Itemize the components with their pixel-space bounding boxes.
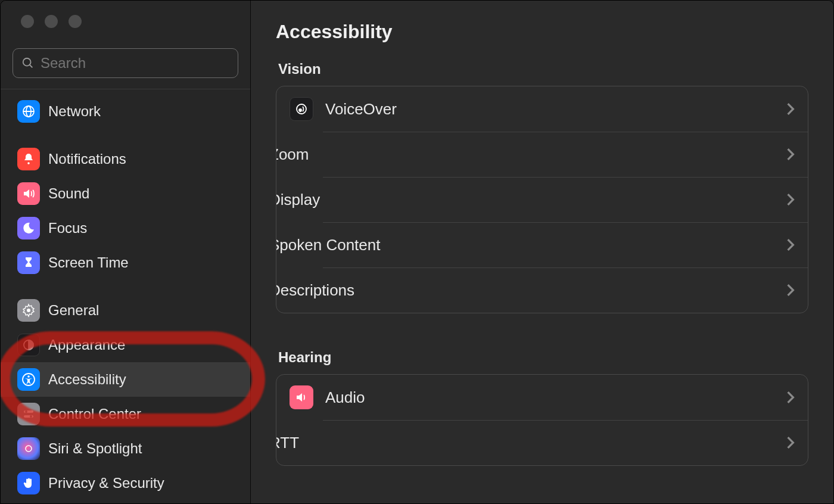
row-label: Audio: [325, 388, 774, 407]
globe-icon: [17, 100, 40, 123]
svg-point-9: [27, 375, 30, 378]
page-title: Accessibility: [276, 21, 808, 43]
minimize-window-button[interactable]: [45, 15, 58, 28]
sidebar-item-privacy-security[interactable]: Privacy & Security: [1, 466, 250, 500]
row-display[interactable]: Display: [276, 177, 808, 222]
svg-point-14: [26, 446, 32, 452]
row-label: Spoken Content: [276, 236, 774, 254]
sidebar-item-label: Notifications: [48, 151, 126, 167]
speaker-icon: [17, 182, 40, 205]
svg-point-6: [27, 309, 30, 312]
svg-point-0: [23, 58, 31, 66]
search-input[interactable]: [41, 55, 229, 71]
sidebar-item-label: Accessibility: [48, 371, 126, 388]
sidebar-item-screen-time[interactable]: Screen Time: [1, 245, 250, 280]
svg-line-1: [30, 65, 33, 68]
chevron-right-icon: [786, 148, 795, 161]
zoom-window-button[interactable]: [69, 15, 82, 28]
chevron-right-icon: [786, 238, 795, 251]
search-field[interactable]: [13, 48, 238, 78]
row-audio[interactable]: Audio: [276, 375, 808, 420]
row-descriptions[interactable]: 99 Descriptions: [276, 267, 808, 313]
chevron-right-icon: [786, 102, 795, 116]
hourglass-icon: [17, 251, 40, 274]
hand-icon: [17, 472, 40, 494]
sidebar-item-notifications[interactable]: Notifications: [1, 142, 250, 176]
gear-icon: [17, 299, 40, 322]
sidebar-item-label: Siri & Spotlight: [48, 440, 142, 457]
sidebar-item-label: Focus: [48, 220, 87, 237]
row-zoom[interactable]: Zoom: [276, 132, 808, 177]
sidebar-item-label: Network: [48, 103, 101, 120]
search-icon: [21, 57, 35, 70]
row-label: VoiceOver: [325, 100, 774, 119]
settings-window: Network Notifications Sound Focus: [0, 0, 834, 504]
row-rtt[interactable]: RTT: [276, 420, 808, 465]
sidebar: Network Notifications Sound Focus: [1, 1, 251, 503]
sidebar-item-network[interactable]: Network: [1, 94, 250, 129]
sidebar-item-label: Control Center: [48, 406, 141, 422]
sidebar-item-sound[interactable]: Sound: [1, 176, 250, 211]
sidebar-item-appearance[interactable]: Appearance: [1, 328, 250, 362]
sidebar-item-general[interactable]: General: [1, 293, 250, 328]
sidebar-item-focus[interactable]: Focus: [1, 211, 250, 245]
sidebar-divider: [1, 89, 250, 89]
row-label: Display: [276, 191, 774, 209]
main-content: Accessibility Vision VoiceOver Zoom: [251, 1, 833, 503]
svg-point-5: [27, 162, 30, 164]
section-heading-vision: Vision: [278, 61, 808, 77]
svg-point-13: [30, 415, 32, 418]
chevron-right-icon: [786, 193, 795, 206]
sidebar-list: Network Notifications Sound Focus: [1, 94, 250, 500]
sidebar-item-label: Sound: [48, 185, 89, 202]
moon-icon: [17, 217, 40, 239]
chevron-right-icon: [786, 391, 795, 404]
control-center-icon: [17, 403, 40, 425]
row-label: Zoom: [276, 145, 774, 164]
section-heading-hearing: Hearing: [278, 349, 808, 366]
appearance-icon: [17, 334, 40, 356]
sidebar-item-accessibility[interactable]: Accessibility: [1, 362, 250, 397]
row-spoken-content[interactable]: Spoken Content: [276, 222, 808, 267]
hearing-group: Audio RTT: [276, 374, 808, 466]
row-label: Descriptions: [276, 281, 774, 300]
sidebar-item-control-center[interactable]: Control Center: [1, 397, 250, 431]
row-voiceover[interactable]: VoiceOver: [276, 86, 808, 132]
window-controls: [1, 1, 250, 28]
sidebar-item-label: Privacy & Security: [48, 475, 164, 491]
close-window-button[interactable]: [21, 15, 34, 28]
sidebar-item-label: Screen Time: [48, 254, 129, 271]
vision-group: VoiceOver Zoom Display: [276, 86, 808, 313]
bell-icon: [17, 148, 40, 170]
chevron-right-icon: [786, 436, 795, 449]
row-label: RTT: [276, 434, 774, 452]
accessibility-icon: [17, 368, 40, 391]
svg-point-16: [299, 109, 301, 111]
audio-icon: [290, 385, 313, 409]
sidebar-item-label: Appearance: [48, 337, 125, 353]
siri-icon: [17, 437, 40, 460]
voiceover-icon: [290, 97, 313, 121]
sidebar-item-label: General: [48, 302, 99, 319]
chevron-right-icon: [786, 284, 795, 297]
svg-point-12: [25, 410, 27, 413]
sidebar-item-siri-spotlight[interactable]: Siri & Spotlight: [1, 431, 250, 466]
